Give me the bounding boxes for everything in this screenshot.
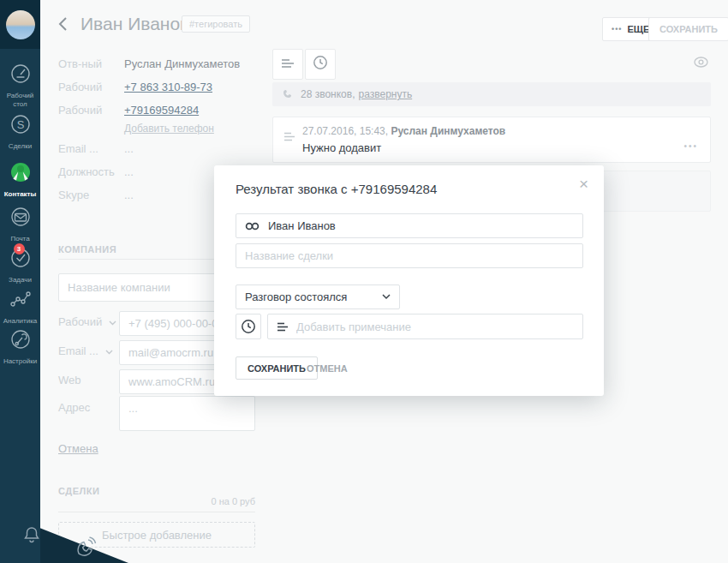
field-label: Отв-ный xyxy=(58,57,102,70)
note-icon xyxy=(283,129,295,145)
chevron-down-icon xyxy=(382,294,391,300)
calls-count-text: 28 звонков, xyxy=(301,88,355,100)
ellipsis-icon: ••• xyxy=(612,25,622,33)
add-task-button[interactable] xyxy=(305,49,336,80)
note-date: 27.07.2016, 15:43, xyxy=(302,125,388,137)
deal-name-input[interactable] xyxy=(236,243,583,268)
sidebar-item-analytics[interactable]: Аналитика xyxy=(0,288,40,326)
sidebar-item-mail[interactable]: Почта xyxy=(0,206,40,243)
field-label: Адрес xyxy=(58,401,90,414)
sidebar-item-label: Настройки xyxy=(3,357,37,366)
avatar[interactable] xyxy=(6,10,35,39)
company-address-field[interactable] xyxy=(119,396,255,431)
field-label: Email ... xyxy=(58,344,98,357)
linked-contact-field[interactable]: Иван Иванов xyxy=(236,213,583,238)
field-value: ... xyxy=(124,165,134,178)
tasks-icon: 3 xyxy=(9,247,32,273)
note-card: 27.07.2016, 15:43, Руслан Динмухаметов Н… xyxy=(272,117,711,163)
call-result-select[interactable]: Разговор состоялся xyxy=(236,284,400,309)
call-icon xyxy=(283,89,293,99)
save-button[interactable]: СОХРАНИТЬ xyxy=(648,17,728,41)
field-value: ... xyxy=(124,142,134,155)
field-row-phone-1: Рабочий +7 863 310-89-73 xyxy=(58,81,102,93)
link-icon xyxy=(245,222,260,231)
svg-text:S: S xyxy=(16,118,24,131)
deals-summary: 0 на 0 руб xyxy=(58,496,255,506)
more-button-label: ЕЩЕ xyxy=(627,24,649,34)
analytics-icon xyxy=(9,288,32,314)
sidebar-item-tasks[interactable]: 3 Задачи xyxy=(0,247,40,284)
add-note-button[interactable] xyxy=(272,49,303,80)
sidebar-item-label: Рабочий стол xyxy=(0,92,40,109)
company-cancel-link[interactable]: Отмена xyxy=(58,442,98,455)
field-label: Рабочий xyxy=(58,315,102,328)
deal-name-field[interactable] xyxy=(236,243,583,268)
add-phone-link[interactable]: Добавить телефон xyxy=(124,123,214,135)
add-phone-label[interactable]: Добавить телефон xyxy=(124,123,214,135)
sidebar-item-label: Почта xyxy=(10,235,29,243)
call-widget-phone-icon[interactable] xyxy=(72,535,98,563)
field-label: Рабочий xyxy=(58,81,102,93)
sidebar-item-label: Сделки xyxy=(9,142,32,151)
chevron-down-icon[interactable] xyxy=(109,315,116,328)
sidebar: Рабочий стол S Сделки Контакты xyxy=(0,0,40,563)
sidebar-item-label: Аналитика xyxy=(3,317,38,326)
field-row-email: Email ... ... xyxy=(58,142,98,155)
field-row-position: Должность ... xyxy=(58,165,115,178)
notifications-bell-icon[interactable] xyxy=(21,524,43,549)
call-result-value: Разговор состоялся xyxy=(245,290,347,303)
clock-icon xyxy=(313,55,328,74)
close-icon[interactable]: × xyxy=(579,176,588,192)
field-row-phone-2: Рабочий +79169594284 xyxy=(58,104,102,117)
field-label: Skype xyxy=(58,189,89,201)
field-label: Email ... xyxy=(58,142,98,155)
note-icon xyxy=(277,322,289,332)
company-row-web: Web xyxy=(58,374,81,386)
call-note-input[interactable] xyxy=(296,315,582,338)
sidebar-item-label: Задачи xyxy=(9,276,32,284)
tag-button[interactable]: #тегировать xyxy=(182,15,250,33)
field-row-responsible: Отв-ный Руслан Динмухаметов xyxy=(58,57,102,70)
field-value: Руслан Динмухаметов xyxy=(124,57,240,70)
chevron-down-icon[interactable] xyxy=(105,344,113,357)
linked-contact-value: Иван Иванов xyxy=(268,219,336,232)
divider xyxy=(58,512,255,512)
clock-icon xyxy=(241,319,256,334)
watch-eye-icon[interactable] xyxy=(694,56,708,71)
note-meta: 27.07.2016, 15:43, Руслан Динмухаметов xyxy=(302,125,505,137)
user-avatar-block[interactable] xyxy=(0,0,40,49)
contacts-icon xyxy=(9,161,32,187)
field-label: Web xyxy=(58,374,81,386)
dashboard-icon xyxy=(9,63,32,88)
company-address-input[interactable] xyxy=(119,396,255,431)
amocrm-contact-page: Рабочий стол S Сделки Контакты xyxy=(0,0,728,563)
field-value: ... xyxy=(124,189,134,201)
sidebar-item-settings[interactable]: Настройки xyxy=(0,328,40,366)
schedule-call-button[interactable] xyxy=(236,314,261,339)
note-actions-ellipsis[interactable]: ••• xyxy=(683,141,698,151)
sidebar-item-deals[interactable]: S Сделки xyxy=(0,113,40,151)
field-row-skype: Skype ... xyxy=(58,189,89,201)
cancel-label[interactable]: Отмена xyxy=(58,442,98,455)
modal-cancel-link[interactable]: ОТМЕНА xyxy=(307,363,348,374)
call-note-field[interactable] xyxy=(267,314,583,339)
company-row-phone: Рабочий xyxy=(58,315,116,328)
modal-title: Результат звонка с +79169594284 xyxy=(236,182,437,196)
sidebar-item-dashboard[interactable]: Рабочий стол xyxy=(0,63,40,109)
deals-icon: S xyxy=(9,113,32,139)
modal-save-button[interactable]: СОХРАНИТЬ xyxy=(236,356,318,380)
settings-icon xyxy=(9,328,32,354)
calls-group-row[interactable]: 28 звонков, развернуть xyxy=(272,82,711,106)
back-button[interactable] xyxy=(57,15,70,36)
sidebar-item-contacts[interactable]: Контакты xyxy=(0,161,40,199)
field-label: Должность xyxy=(58,165,115,178)
company-row-address: Адрес xyxy=(58,401,90,414)
deals-section-title: СДЕЛКИ xyxy=(58,486,99,496)
page-title: Иван Иванов xyxy=(81,14,189,34)
note-text: Нужно додавит xyxy=(302,141,381,154)
tasks-badge: 3 xyxy=(14,243,25,255)
expand-calls-link[interactable]: развернуть xyxy=(359,88,413,100)
phone-link[interactable]: +7 863 310-89-73 xyxy=(124,81,212,93)
phone-link[interactable]: +79169594284 xyxy=(124,104,199,117)
note-author: Руслан Динмухаметов xyxy=(391,125,505,137)
